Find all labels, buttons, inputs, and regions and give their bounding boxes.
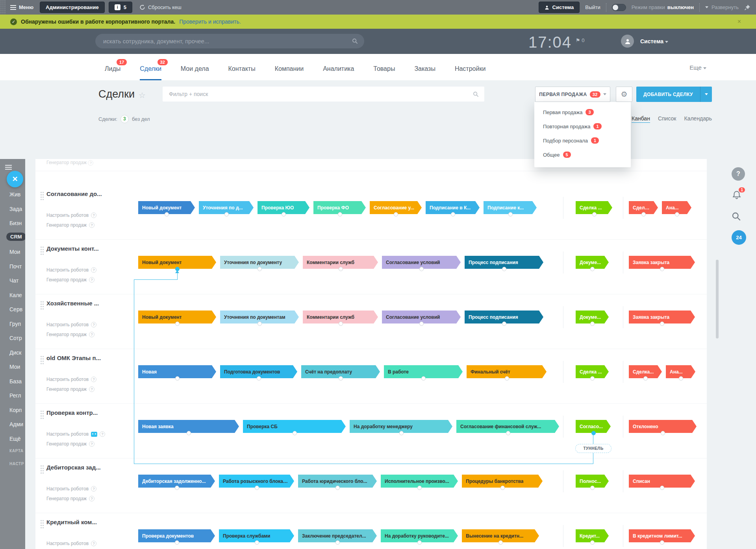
sales-generator-link[interactable]: Генератор продаж? — [46, 332, 94, 337]
stage-chip[interactable]: Процесс подписания — [465, 311, 543, 323]
question-badge[interactable]: ? — [89, 277, 94, 283]
question-badge[interactable]: ? — [89, 496, 94, 501]
stage-handle[interactable] — [641, 212, 646, 216]
stage-chip[interactable]: Кредит... — [576, 529, 609, 542]
configure-robots-link[interactable]: Настроить роботов? — [46, 322, 96, 327]
stage-chip[interactable]: Заявка закрыта — [629, 256, 695, 269]
stage-chip[interactable]: Подписание к... — [484, 201, 537, 214]
stage-chip[interactable]: Новый документ — [138, 201, 195, 214]
stage-chip[interactable]: Проверка документов — [138, 529, 215, 542]
sidebar-item-Мои[interactable]: Мои — [9, 249, 20, 255]
stage-handle[interactable] — [660, 486, 664, 490]
work-time-clock[interactable]: 17:04 — [528, 33, 572, 51]
stage-chip[interactable]: Ана... — [662, 201, 691, 214]
stage-chip[interactable]: Сделка ... — [576, 365, 609, 378]
question-badge[interactable]: ? — [91, 267, 96, 273]
stage-handle[interactable] — [417, 486, 422, 490]
stage-handle[interactable] — [335, 486, 340, 490]
question-badge[interactable]: ? — [89, 332, 94, 337]
deals-counter-badge[interactable]: 3 — [120, 115, 129, 123]
stage-handle[interactable] — [592, 212, 597, 216]
stage-chip[interactable]: Процесс подписания — [465, 256, 543, 269]
deals-counter-suffix[interactable]: без дел — [132, 116, 150, 122]
sidebar-close-button[interactable]: ✕ — [7, 171, 23, 187]
sidebar-item-Корп[interactable]: Корп — [9, 407, 22, 413]
sidebar-item-Ещё[interactable]: Ещё — [9, 436, 21, 442]
stage-handle[interactable] — [175, 540, 179, 545]
stage-handle[interactable] — [339, 376, 343, 381]
tab-Контакты[interactable]: Контакты — [228, 65, 256, 80]
help-button[interactable]: ? — [732, 167, 745, 181]
tab-Товары[interactable]: Товары — [373, 65, 395, 80]
view-Канбан[interactable]: Канбан — [632, 115, 650, 123]
question-badge[interactable]: ? — [91, 541, 96, 546]
drag-handle-icon[interactable] — [40, 465, 44, 474]
menu-button[interactable]: Меню — [10, 4, 33, 11]
stage-chip[interactable]: Заявка закрыта — [629, 311, 695, 323]
sidebar-item-Зада[interactable]: Зада — [9, 206, 22, 212]
pipeline-title[interactable]: Документы конт... — [46, 245, 99, 252]
close-icon[interactable]: × — [737, 18, 741, 25]
sidebar-item-Сотр[interactable]: Сотр — [9, 335, 22, 341]
stage-chip[interactable]: Новый документ — [138, 256, 216, 269]
logout-link[interactable]: Выйти — [585, 4, 600, 10]
stage-chip[interactable]: Работа розыскного блока ... — [219, 475, 294, 488]
pipeline-title[interactable]: Дебиторская зад... — [46, 464, 101, 471]
pipeline-selector-button[interactable]: ПЕРВАЯ ПРОДАЖА 32 — [535, 87, 610, 102]
stage-handle[interactable] — [399, 431, 404, 435]
stage-handle[interactable] — [590, 486, 595, 490]
stage-chip[interactable]: Исполнительное произво... — [381, 475, 458, 488]
sidebar-item-Груп[interactable]: Груп — [9, 321, 21, 327]
stage-handle[interactable] — [500, 486, 505, 490]
stage-chip[interactable]: Уточнения по документу — [220, 256, 299, 269]
stage-handle[interactable] — [282, 212, 286, 216]
stage-handle[interactable] — [339, 322, 343, 326]
stage-chip[interactable]: Сделка... — [629, 201, 658, 214]
sidebar-footer-НАСТР[interactable]: НАСТР — [9, 462, 24, 466]
search-widget-button[interactable] — [732, 212, 741, 223]
dropdown-item[interactable]: Первая продажа3 — [534, 105, 631, 119]
sidebar-item-Серв[interactable]: Серв — [9, 306, 22, 312]
stage-chip[interactable]: На доработку менеджеру — [350, 420, 452, 433]
stage-chip[interactable]: Подписание в К... — [426, 201, 480, 214]
sidebar-footer-КАРТА[interactable]: КАРТА — [9, 449, 24, 453]
stage-handle[interactable] — [394, 212, 398, 216]
stage-handle[interactable] — [590, 322, 595, 326]
stage-chip[interactable]: Сделка... — [629, 365, 662, 378]
pipeline-title[interactable]: Хозяйственные ... — [46, 300, 99, 307]
alert-fix-link[interactable]: Проверить и исправить. — [179, 18, 241, 25]
stage-chip[interactable]: Счёт на предоплату — [301, 365, 380, 378]
configure-robots-link[interactable]: Настроить роботов? — [46, 377, 96, 382]
stage-handle[interactable] — [679, 376, 683, 381]
dropdown-item[interactable]: Повторная продажа1 — [534, 119, 631, 133]
clear-cache-button[interactable]: Сбросить кеш — [139, 4, 182, 10]
stage-chip[interactable]: Финальный счёт — [467, 365, 547, 378]
stage-handle[interactable] — [660, 540, 664, 545]
stage-handle[interactable] — [417, 540, 422, 545]
filter-search[interactable] — [163, 87, 484, 102]
star-icon[interactable]: ☆ — [139, 91, 146, 100]
stage-chip[interactable]: Дебиторская задолженно... — [138, 475, 215, 488]
stage-chip[interactable]: Проверка службами — [219, 529, 294, 542]
stage-chip[interactable]: Заключение председател... — [298, 529, 377, 542]
stage-handle[interactable] — [498, 540, 503, 545]
sidebar-item-Чат[interactable]: Чат — [9, 277, 19, 284]
tab-Лиды[interactable]: Лиды17 — [105, 65, 120, 80]
stage-chip[interactable]: Работа юридического бло... — [298, 475, 377, 488]
pipeline-settings-button[interactable]: ⚙ — [616, 87, 632, 102]
flag-counter[interactable]: ⚑ 0 — [576, 37, 585, 43]
dropdown-item[interactable]: Подбор персонала1 — [534, 133, 631, 148]
sidebar-item-Кале[interactable]: Кале — [9, 292, 22, 298]
stage-handle[interactable] — [187, 431, 191, 435]
stage-chip[interactable]: Уточнения по документам — [220, 311, 299, 323]
sidebar-item-Диск[interactable]: Диск — [9, 349, 21, 356]
drag-handle-icon[interactable] — [40, 246, 44, 255]
dropdown-item[interactable]: Общее5 — [534, 148, 631, 162]
edit-mode-toggle[interactable] — [612, 4, 626, 11]
drag-handle-icon[interactable] — [40, 519, 44, 529]
sidebar-item-CRM[interactable]: CRM — [6, 233, 25, 241]
stage-handle[interactable] — [505, 376, 509, 381]
stage-handle[interactable] — [590, 376, 595, 381]
stage-handle[interactable] — [590, 540, 595, 545]
question-badge[interactable]: ? — [91, 213, 96, 218]
